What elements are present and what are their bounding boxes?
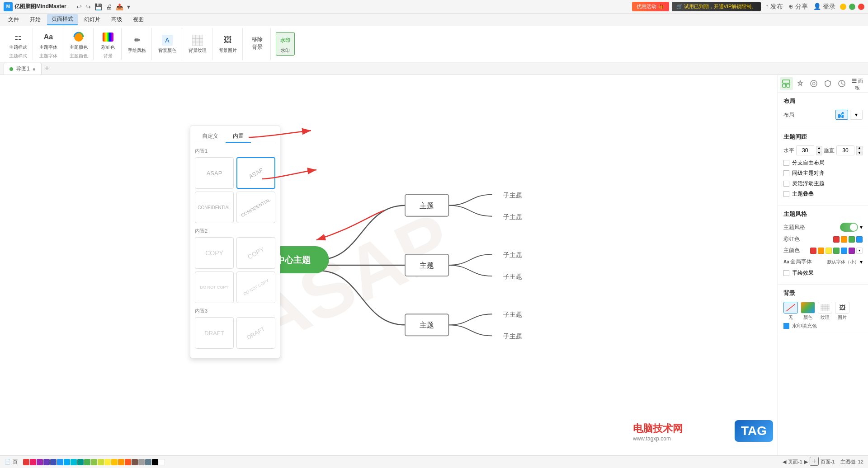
menu-page-style[interactable]: 页面样式 — [47, 14, 78, 25]
color-swatch-green[interactable] — [849, 236, 855, 243]
page-next-button[interactable]: ▶ — [804, 459, 808, 465]
palette-dot-11[interactable] — [91, 459, 97, 465]
bg-texture-button[interactable]: 背景纹理 — [186, 33, 209, 55]
overlap-topics-checkbox[interactable] — [783, 191, 789, 197]
redo-button[interactable]: ↪ — [85, 2, 92, 11]
palette-dot-13[interactable] — [104, 459, 111, 465]
watermark-fill-checkbox[interactable] — [783, 323, 789, 329]
page-prev-button[interactable]: ◀ — [783, 459, 786, 465]
bg-image-button[interactable]: 🖼 背景图片 — [216, 33, 240, 55]
wm-cell-copy-diag[interactable]: COPY — [236, 237, 275, 269]
theme-preview[interactable] — [840, 223, 858, 232]
palette-dot-8[interactable] — [71, 459, 77, 465]
hand-draw-checkbox[interactable] — [783, 270, 789, 276]
palette-dot-7[interactable] — [64, 459, 70, 465]
canvas-area[interactable]: ASAP 中心主题 主题 主题 — [0, 75, 778, 455]
rp-tab-layout[interactable] — [780, 77, 793, 90]
export-button[interactable]: 📤 — [115, 2, 124, 11]
theme-font-button[interactable]: Aa 主题字体 — [37, 29, 60, 52]
palette-dot-18[interactable] — [138, 459, 145, 465]
horizontal-down-button[interactable]: ▼ — [816, 151, 822, 155]
palette-dot-10[interactable] — [84, 459, 90, 465]
vertical-up-button[interactable]: ▲ — [856, 146, 863, 150]
undo-button[interactable]: ↩ — [75, 2, 83, 11]
global-font-select[interactable]: 默认字体（小） ▾ — [827, 259, 863, 265]
vertical-input[interactable] — [836, 145, 854, 155]
palette-dot-12[interactable] — [98, 459, 104, 465]
horizontal-input[interactable] — [796, 145, 814, 155]
font-dropdown-arrow[interactable]: ▾ — [860, 259, 863, 265]
palette-dot-3[interactable] — [37, 459, 43, 465]
page-add-button[interactable]: + — [810, 457, 819, 466]
palette-dot-14[interactable] — [111, 459, 118, 465]
layout-style-button-2[interactable]: ▾ — [850, 110, 863, 120]
rainbow-button[interactable]: 彩虹色 — [99, 29, 118, 52]
wm-cell-conf-normal[interactable]: CONFIDENTIAL — [195, 192, 234, 223]
main-color-swatch-5[interactable] — [841, 248, 847, 254]
theme-style-button[interactable]: ⚏ 主题样式 — [6, 29, 30, 52]
palette-dot-2[interactable] — [30, 459, 36, 465]
palette-dot-4[interactable] — [43, 459, 50, 465]
account-button[interactable]: 👤 登录 — [812, 2, 836, 12]
horizontal-up-button[interactable]: ▲ — [816, 146, 822, 150]
layout-style-button-1[interactable] — [835, 110, 848, 120]
free-layout-checkbox[interactable] — [783, 160, 789, 166]
theme-select[interactable]: ▾ — [840, 223, 863, 232]
float-topics-checkbox[interactable] — [783, 181, 789, 187]
main-color-swatch-4[interactable] — [833, 248, 840, 254]
close-button[interactable] — [858, 4, 864, 10]
theme-dropdown-arrow[interactable]: ▾ — [860, 224, 863, 230]
publish-button[interactable]: ↑ 发布 — [764, 2, 784, 12]
menu-view[interactable]: 视图 — [128, 14, 148, 25]
rp-tab-time[interactable] — [835, 77, 848, 90]
main-color-swatch-3[interactable] — [826, 248, 832, 254]
wm-cell-asap-diag[interactable]: ASAP — [236, 157, 275, 189]
share-button[interactable]: ⊕ 分享 — [788, 2, 809, 12]
promo-banner[interactable]: 优惠活动 🎁 — [632, 2, 669, 11]
color-swatch-blue[interactable] — [856, 236, 863, 243]
wm-cell-donotcopy-diag[interactable]: DO NOT COPY — [236, 271, 275, 303]
hand-draw-button[interactable]: ✏ 手绘风格 — [125, 33, 149, 55]
rp-tab-security[interactable] — [821, 77, 835, 90]
watermark-button[interactable]: 水印 水印 — [276, 32, 295, 56]
bg-image-button-2[interactable]: 🖼 图片 — [835, 302, 849, 321]
wm-cell-donotcopy-normal[interactable]: DO NOT COPY — [195, 271, 234, 303]
more-options-button[interactable]: ▾ — [126, 2, 131, 11]
tab-diagram1[interactable]: 导图1 ● — [4, 63, 42, 75]
main-color-swatch-2[interactable] — [818, 248, 824, 254]
wm-cell-asap-normal[interactable]: ASAP — [195, 157, 234, 189]
rp-tab-style[interactable] — [794, 77, 807, 90]
panel-tab-custom[interactable]: 自定义 — [195, 131, 226, 143]
color-swatch-orange[interactable] — [841, 236, 847, 243]
rp-tab-outline[interactable] — [807, 77, 821, 90]
menu-slideshow[interactable]: 幻灯片 — [80, 14, 105, 25]
bg-none-button[interactable]: 无 — [783, 302, 798, 321]
vip-banner[interactable]: 🛒 试用已到期，开通VIP解锁限制。 — [672, 2, 761, 11]
panel-hide-button[interactable]: ☰ 面板 — [849, 77, 866, 92]
main-color-more[interactable]: ▾ — [856, 248, 863, 254]
color-swatch-red[interactable] — [833, 236, 840, 243]
menu-advanced[interactable]: 高级 — [107, 14, 127, 25]
palette-dot-19[interactable] — [145, 459, 151, 465]
wm-cell-draft-normal[interactable]: DRAFT — [195, 317, 234, 349]
remove-bg-button[interactable]: 移除背景 — [248, 36, 266, 52]
palette-dot-5[interactable] — [50, 459, 57, 465]
main-color-swatch-1[interactable] — [810, 248, 816, 254]
menu-start[interactable]: 开始 — [25, 14, 45, 25]
print-button[interactable]: 🖨 — [105, 2, 113, 11]
tab-add-button[interactable]: + — [42, 64, 52, 73]
panel-tab-builtin[interactable]: 内置 — [226, 131, 251, 143]
align-topics-checkbox[interactable] — [783, 170, 789, 176]
minimize-button[interactable] — [840, 4, 846, 10]
bg-texture-button-2[interactable]: 纹理 — [818, 302, 832, 321]
maximize-button[interactable] — [849, 4, 855, 10]
menu-file[interactable]: 文件 — [4, 14, 24, 25]
palette-dot-20[interactable] — [152, 459, 158, 465]
palette-dot-9[interactable] — [77, 459, 84, 465]
palette-dot-1[interactable] — [23, 459, 29, 465]
bg-color-button-2[interactable]: 颜色 — [801, 302, 815, 321]
wm-cell-draft-diag[interactable]: DRAFT — [236, 317, 275, 349]
bg-color-button[interactable]: A 背景颜色 — [156, 33, 179, 55]
main-color-swatch-6[interactable] — [849, 248, 855, 254]
palette-dot-17[interactable] — [132, 459, 138, 465]
